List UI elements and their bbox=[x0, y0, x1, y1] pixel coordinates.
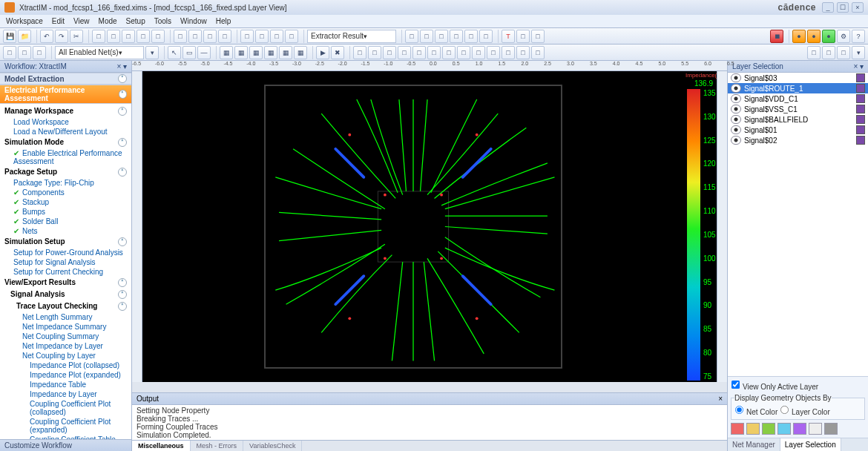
item-net-coupling-summary[interactable]: Net Coupling Summary bbox=[0, 332, 131, 341]
tool-generic-icon[interactable]: □ bbox=[122, 30, 135, 43]
item-stackup[interactable]: Stackup bbox=[0, 197, 131, 207]
tab-net-manager[interactable]: Net Manager bbox=[728, 438, 780, 451]
item-components[interactable]: Components bbox=[0, 188, 131, 197]
close-button[interactable]: × bbox=[852, 2, 864, 13]
tool-generic-icon[interactable]: □ bbox=[174, 30, 187, 43]
tool-undo-icon[interactable]: ↶ bbox=[40, 30, 53, 43]
tool-generic-icon[interactable]: □ bbox=[398, 46, 411, 59]
tool-run-icon[interactable]: ● bbox=[822, 30, 835, 43]
tool-generic-icon[interactable]: ― bbox=[197, 46, 211, 59]
tool-generic-icon[interactable]: □ bbox=[383, 46, 396, 59]
tool-stop-icon[interactable]: ⏹ bbox=[770, 30, 783, 43]
tool-generic-icon[interactable]: □ bbox=[531, 46, 545, 59]
layer-swatch[interactable] bbox=[856, 105, 865, 113]
group-simulation-setup[interactable]: Simulation Setup˄ bbox=[0, 236, 131, 248]
menu-setup[interactable]: Setup bbox=[126, 17, 145, 25]
tool-text-icon[interactable]: T bbox=[502, 30, 515, 43]
menu-workspace[interactable]: Workspace bbox=[6, 17, 43, 25]
item-net-impedance-summary[interactable]: Net Impedance Summary bbox=[0, 322, 131, 332]
tab-layer-selection[interactable]: Layer Selection bbox=[780, 438, 841, 451]
color-btn[interactable] bbox=[809, 423, 822, 435]
menu-edit[interactable]: Edit bbox=[52, 17, 65, 25]
item-bumps[interactable]: Bumps bbox=[0, 207, 131, 217]
layer-swatch[interactable] bbox=[856, 136, 865, 145]
minimize-button[interactable]: _ bbox=[822, 2, 834, 13]
tool-generic-icon[interactable]: ▦ bbox=[234, 46, 248, 59]
output-close-icon[interactable]: × bbox=[718, 395, 723, 403]
epa-header[interactable]: Electrical Performance Assessment˄ bbox=[0, 85, 131, 104]
tool-generic-icon[interactable]: □ bbox=[353, 46, 366, 59]
tool-generic-icon[interactable]: ▦ bbox=[264, 46, 277, 59]
tool-generic-icon[interactable]: □ bbox=[435, 30, 448, 43]
tool-generic-icon[interactable]: □ bbox=[18, 46, 31, 59]
visibility-icon[interactable] bbox=[731, 94, 741, 103]
group-signal-analysis[interactable]: Signal Analysis˄ bbox=[0, 289, 131, 300]
tool-generic-icon[interactable]: □ bbox=[218, 30, 231, 43]
item-nets[interactable]: Nets bbox=[0, 226, 131, 236]
tool-generic-icon[interactable]: □ bbox=[188, 30, 202, 43]
tool-generic-icon[interactable]: □ bbox=[137, 30, 150, 43]
item-load-layout[interactable]: Load a New/Different Layout bbox=[0, 127, 131, 136]
tool-generic-icon[interactable]: □ bbox=[487, 46, 500, 59]
tool-folder-icon[interactable]: 📁 bbox=[18, 30, 31, 43]
menu-tools[interactable]: Tools bbox=[154, 17, 171, 25]
tool-generic-icon[interactable]: □ bbox=[285, 30, 298, 43]
tool-generic-icon[interactable]: □ bbox=[457, 46, 470, 59]
tool-generic-icon[interactable]: □ bbox=[420, 30, 433, 43]
tool-generic-icon[interactable]: □ bbox=[516, 30, 530, 43]
output-tab-vars[interactable]: VariablesCheck bbox=[243, 441, 302, 451]
tool-generic-icon[interactable]: □ bbox=[240, 30, 254, 43]
tool-generic-icon[interactable]: □ bbox=[92, 30, 105, 43]
layout-canvas[interactable] bbox=[142, 71, 684, 382]
visibility-icon[interactable] bbox=[731, 136, 741, 145]
tool-cut-icon[interactable]: ✂ bbox=[70, 30, 83, 43]
item-impedance-by-layer[interactable]: Impedance by Layer bbox=[0, 389, 131, 399]
tool-generic-icon[interactable]: □ bbox=[837, 46, 850, 59]
radio-layer-color[interactable]: Layer Color bbox=[780, 408, 830, 416]
item-net-coupling-layer[interactable]: Net Coupling by Layer bbox=[0, 351, 131, 361]
item-solder-ball[interactable]: Solder Ball bbox=[0, 217, 131, 226]
item-net-length-summary[interactable]: Net Length Summary bbox=[0, 312, 131, 322]
item-load-workspace[interactable]: Load Workspace bbox=[0, 117, 131, 127]
tool-generic-icon[interactable]: ▦ bbox=[220, 46, 233, 59]
tool-generic-icon[interactable]: □ bbox=[203, 30, 217, 43]
scrollbar-h[interactable] bbox=[132, 382, 727, 392]
tool-config-icon[interactable]: ⚙ bbox=[837, 30, 850, 43]
tool-generic-icon[interactable]: □ bbox=[502, 46, 515, 59]
tool-status-icon[interactable]: ● bbox=[792, 30, 806, 43]
item-setup-current[interactable]: Setup for Current Checking bbox=[0, 267, 131, 277]
layer-swatch[interactable] bbox=[856, 73, 865, 82]
tool-generic-icon[interactable]: ▦ bbox=[249, 46, 263, 59]
layer-row[interactable]: Signal$BALLFIELD bbox=[728, 114, 868, 125]
tool-generic-icon[interactable]: □ bbox=[3, 46, 16, 59]
tool-generic-icon[interactable]: □ bbox=[531, 30, 545, 43]
output-tab-mesh[interactable]: Mesh - Errors bbox=[191, 441, 244, 451]
color-btn[interactable] bbox=[793, 423, 806, 435]
chevron-icon[interactable]: ˅ bbox=[118, 74, 127, 83]
tool-generic-icon[interactable]: ✖ bbox=[331, 46, 344, 59]
menu-mode[interactable]: Mode bbox=[99, 17, 117, 25]
tool-generic-icon[interactable]: □ bbox=[450, 30, 463, 43]
tool-status-icon[interactable]: ● bbox=[807, 30, 821, 43]
tool-generic-icon[interactable]: □ bbox=[427, 46, 441, 59]
menu-help[interactable]: Help bbox=[216, 17, 231, 25]
radio-net-color[interactable]: Net Color bbox=[734, 408, 777, 416]
item-package-type[interactable]: Package Type: Flip-Chip bbox=[0, 178, 131, 188]
tool-help-icon[interactable]: ? bbox=[852, 30, 865, 43]
extractor-result-combo[interactable]: Extractor Result ▾ bbox=[307, 30, 396, 43]
tool-generic-icon[interactable]: □ bbox=[255, 30, 269, 43]
item-setup-signal[interactable]: Setup for Signal Analysis bbox=[0, 257, 131, 267]
item-impedance-table[interactable]: Impedance Table bbox=[0, 380, 131, 389]
color-btn[interactable] bbox=[731, 423, 744, 435]
color-btn[interactable] bbox=[762, 423, 775, 435]
color-btn[interactable] bbox=[746, 423, 760, 435]
visibility-icon[interactable] bbox=[731, 105, 741, 113]
group-manage-workspace[interactable]: Manage Workspace˄ bbox=[0, 105, 131, 117]
tool-generic-icon[interactable]: □ bbox=[270, 30, 283, 43]
layer-row[interactable]: Signal$01 bbox=[728, 125, 868, 135]
layer-row[interactable]: Signal$VSS_C1 bbox=[728, 104, 868, 114]
tool-generic-icon[interactable]: □ bbox=[107, 30, 120, 43]
tool-generic-icon[interactable]: □ bbox=[412, 46, 426, 59]
tool-save-icon[interactable]: 💾 bbox=[3, 30, 16, 43]
maximize-button[interactable]: ☐ bbox=[837, 2, 849, 13]
